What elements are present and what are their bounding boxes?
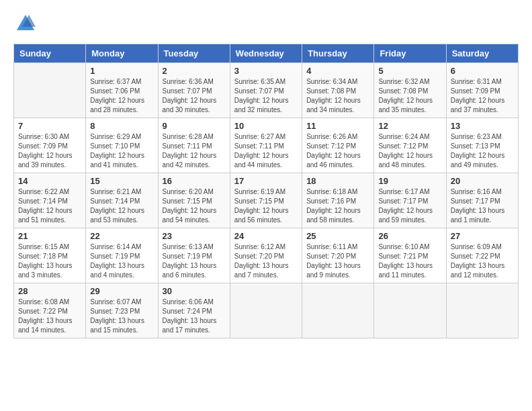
day-info: Sunrise: 6:16 AM Sunset: 7:17 PM Dayligh… — [451, 187, 514, 225]
day-number: 24 — [234, 231, 298, 241]
calendar-cell — [230, 283, 302, 338]
day-info: Sunrise: 6:21 AM Sunset: 7:14 PM Dayligh… — [90, 187, 153, 225]
day-number: 18 — [306, 176, 369, 186]
day-number: 6 — [451, 66, 514, 76]
day-number: 22 — [90, 231, 153, 241]
day-info: Sunrise: 6:29 AM Sunset: 7:10 PM Dayligh… — [90, 132, 153, 170]
calendar-cell: 23Sunrise: 6:13 AM Sunset: 7:19 PM Dayli… — [158, 228, 230, 283]
calendar-cell: 16Sunrise: 6:20 AM Sunset: 7:15 PM Dayli… — [158, 173, 230, 228]
day-info: Sunrise: 6:30 AM Sunset: 7:09 PM Dayligh… — [18, 132, 81, 170]
day-number: 2 — [163, 66, 226, 76]
day-number: 17 — [234, 176, 298, 186]
calendar-header-row: SundayMondayTuesdayWednesdayThursdayFrid… — [14, 44, 519, 63]
day-info: Sunrise: 6:31 AM Sunset: 7:09 PM Dayligh… — [451, 77, 514, 115]
calendar-cell: 22Sunrise: 6:14 AM Sunset: 7:19 PM Dayli… — [86, 228, 158, 283]
day-number: 21 — [18, 231, 81, 241]
calendar-cell: 24Sunrise: 6:12 AM Sunset: 7:20 PM Dayli… — [230, 228, 302, 283]
day-of-week-header: Sunday — [14, 44, 86, 63]
day-info: Sunrise: 6:20 AM Sunset: 7:15 PM Dayligh… — [163, 187, 226, 225]
day-number: 8 — [90, 121, 153, 131]
calendar-cell: 7Sunrise: 6:30 AM Sunset: 7:09 PM Daylig… — [14, 118, 86, 173]
day-number: 10 — [234, 121, 298, 131]
calendar-week-row: 28Sunrise: 6:08 AM Sunset: 7:22 PM Dayli… — [14, 283, 519, 338]
day-of-week-header: Thursday — [302, 44, 374, 63]
day-of-week-header: Saturday — [446, 44, 518, 63]
day-number: 11 — [306, 121, 369, 131]
day-number: 27 — [451, 231, 514, 241]
day-info: Sunrise: 6:18 AM Sunset: 7:16 PM Dayligh… — [306, 187, 369, 225]
day-info: Sunrise: 6:24 AM Sunset: 7:12 PM Dayligh… — [378, 132, 441, 170]
logo-icon — [15, 13, 36, 34]
logo-text — [13, 13, 36, 37]
calendar-week-row: 1Sunrise: 6:37 AM Sunset: 7:06 PM Daylig… — [14, 63, 519, 118]
calendar-cell: 19Sunrise: 6:17 AM Sunset: 7:17 PM Dayli… — [374, 173, 446, 228]
day-info: Sunrise: 6:08 AM Sunset: 7:22 PM Dayligh… — [18, 298, 81, 335]
calendar-cell: 30Sunrise: 6:06 AM Sunset: 7:24 PM Dayli… — [158, 283, 230, 338]
day-number: 19 — [378, 176, 441, 186]
calendar-cell: 5Sunrise: 6:32 AM Sunset: 7:08 PM Daylig… — [374, 63, 446, 118]
day-info: Sunrise: 6:15 AM Sunset: 7:18 PM Dayligh… — [18, 242, 81, 280]
day-info: Sunrise: 6:14 AM Sunset: 7:19 PM Dayligh… — [90, 242, 153, 280]
day-number: 26 — [378, 231, 441, 241]
day-info: Sunrise: 6:06 AM Sunset: 7:24 PM Dayligh… — [163, 298, 226, 335]
calendar-cell — [446, 283, 518, 338]
day-number: 30 — [163, 286, 226, 296]
page-header — [13, 13, 519, 37]
calendar-week-row: 21Sunrise: 6:15 AM Sunset: 7:18 PM Dayli… — [14, 228, 519, 283]
day-number: 28 — [18, 286, 81, 296]
day-info: Sunrise: 6:32 AM Sunset: 7:08 PM Dayligh… — [378, 77, 441, 115]
day-number: 14 — [18, 176, 81, 186]
day-info: Sunrise: 6:13 AM Sunset: 7:19 PM Dayligh… — [163, 242, 226, 280]
calendar-cell: 8Sunrise: 6:29 AM Sunset: 7:10 PM Daylig… — [86, 118, 158, 173]
day-number: 5 — [378, 66, 441, 76]
day-number: 7 — [18, 121, 81, 131]
day-of-week-header: Friday — [374, 44, 446, 63]
calendar-cell: 17Sunrise: 6:19 AM Sunset: 7:15 PM Dayli… — [230, 173, 302, 228]
day-info: Sunrise: 6:17 AM Sunset: 7:17 PM Dayligh… — [378, 187, 441, 225]
day-number: 12 — [378, 121, 441, 131]
calendar-cell: 28Sunrise: 6:08 AM Sunset: 7:22 PM Dayli… — [14, 283, 86, 338]
day-number: 16 — [163, 176, 226, 186]
calendar-cell — [302, 283, 374, 338]
calendar-week-row: 7Sunrise: 6:30 AM Sunset: 7:09 PM Daylig… — [14, 118, 519, 173]
day-info: Sunrise: 6:34 AM Sunset: 7:08 PM Dayligh… — [306, 77, 369, 115]
calendar-cell — [374, 283, 446, 338]
day-number: 3 — [234, 66, 298, 76]
calendar-cell: 25Sunrise: 6:11 AM Sunset: 7:20 PM Dayli… — [302, 228, 374, 283]
calendar-week-row: 14Sunrise: 6:22 AM Sunset: 7:14 PM Dayli… — [14, 173, 519, 228]
day-info: Sunrise: 6:36 AM Sunset: 7:07 PM Dayligh… — [163, 77, 226, 115]
day-info: Sunrise: 6:28 AM Sunset: 7:11 PM Dayligh… — [163, 132, 226, 170]
day-info: Sunrise: 6:19 AM Sunset: 7:15 PM Dayligh… — [234, 187, 298, 225]
calendar-cell: 26Sunrise: 6:10 AM Sunset: 7:21 PM Dayli… — [374, 228, 446, 283]
calendar-cell: 6Sunrise: 6:31 AM Sunset: 7:09 PM Daylig… — [446, 63, 518, 118]
calendar-cell: 10Sunrise: 6:27 AM Sunset: 7:11 PM Dayli… — [230, 118, 302, 173]
day-number: 15 — [90, 176, 153, 186]
day-info: Sunrise: 6:07 AM Sunset: 7:23 PM Dayligh… — [90, 298, 153, 335]
logo — [13, 13, 36, 37]
calendar-cell: 1Sunrise: 6:37 AM Sunset: 7:06 PM Daylig… — [86, 63, 158, 118]
day-number: 25 — [306, 231, 369, 241]
calendar-cell: 12Sunrise: 6:24 AM Sunset: 7:12 PM Dayli… — [374, 118, 446, 173]
day-of-week-header: Wednesday — [230, 44, 302, 63]
calendar-cell: 14Sunrise: 6:22 AM Sunset: 7:14 PM Dayli… — [14, 173, 86, 228]
day-info: Sunrise: 6:10 AM Sunset: 7:21 PM Dayligh… — [378, 242, 441, 280]
day-of-week-header: Tuesday — [158, 44, 230, 63]
calendar-cell: 29Sunrise: 6:07 AM Sunset: 7:23 PM Dayli… — [86, 283, 158, 338]
day-info: Sunrise: 6:12 AM Sunset: 7:20 PM Dayligh… — [234, 242, 298, 280]
calendar-cell: 4Sunrise: 6:34 AM Sunset: 7:08 PM Daylig… — [302, 63, 374, 118]
day-number: 13 — [451, 121, 514, 131]
day-number: 29 — [90, 286, 153, 296]
calendar-cell: 20Sunrise: 6:16 AM Sunset: 7:17 PM Dayli… — [446, 173, 518, 228]
calendar-table: SundayMondayTuesdayWednesdayThursdayFrid… — [13, 44, 519, 338]
day-number: 4 — [306, 66, 369, 76]
calendar-cell: 13Sunrise: 6:23 AM Sunset: 7:13 PM Dayli… — [446, 118, 518, 173]
calendar-cell: 3Sunrise: 6:35 AM Sunset: 7:07 PM Daylig… — [230, 63, 302, 118]
day-info: Sunrise: 6:22 AM Sunset: 7:14 PM Dayligh… — [18, 187, 81, 225]
day-number: 9 — [163, 121, 226, 131]
day-number: 1 — [90, 66, 153, 76]
calendar-cell: 9Sunrise: 6:28 AM Sunset: 7:11 PM Daylig… — [158, 118, 230, 173]
day-number: 20 — [451, 176, 514, 186]
day-info: Sunrise: 6:35 AM Sunset: 7:07 PM Dayligh… — [234, 77, 298, 115]
day-info: Sunrise: 6:09 AM Sunset: 7:22 PM Dayligh… — [451, 242, 514, 280]
calendar-cell: 18Sunrise: 6:18 AM Sunset: 7:16 PM Dayli… — [302, 173, 374, 228]
